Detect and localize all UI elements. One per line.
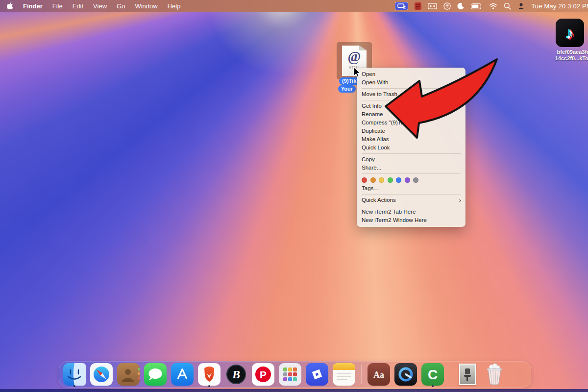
apple-logo-icon[interactable] [7, 2, 13, 11]
chair-silhouette [465, 368, 470, 374]
menu-item-tags[interactable]: Tags... [357, 184, 466, 193]
tag-blue[interactable] [396, 177, 401, 183]
menubar-menu-window[interactable]: Window [135, 2, 157, 10]
tag-purple[interactable] [405, 177, 410, 183]
menu-item-copy[interactable]: Copy [357, 155, 466, 164]
menu-item-rename[interactable]: Rename [357, 110, 466, 119]
dock-contacts-icon[interactable] [116, 362, 141, 387]
menu-item-open[interactable]: Open [357, 70, 466, 78]
menu-item-compress[interactable]: Compress "(9)Tik [357, 119, 466, 127]
dock-separator [361, 365, 362, 384]
menu-separator [362, 206, 461, 206]
dock-b-app-icon[interactable]: B [224, 362, 248, 387]
menu-separator [362, 194, 461, 195]
dock-launchpad-icon[interactable] [278, 362, 302, 387]
menu-item-new-iterm2-window[interactable]: New iTerm2 Window Here [357, 216, 466, 224]
svg-text:Aa: Aa [373, 370, 384, 380]
upload-circle-icon[interactable] [443, 2, 451, 10]
dock-quicktime-icon[interactable] [393, 362, 418, 387]
menubar-menu-help[interactable]: Help [168, 2, 181, 10]
tag-color-row [357, 175, 466, 184]
svg-text:C: C [428, 367, 438, 382]
screen-sharing-indicator-icon[interactable] [395, 2, 408, 10]
photo-thumbnail [459, 364, 476, 385]
tag-yellow[interactable] [379, 177, 384, 183]
red-annotation-arrow [0, 0, 588, 392]
menu-item-get-info[interactable]: Get Info [357, 102, 466, 110]
tag-orange[interactable] [370, 177, 376, 183]
menubar-active-app[interactable]: Finder [23, 2, 43, 10]
menu-item-duplicate[interactable]: Duplicate [357, 127, 466, 135]
tag-gray[interactable] [413, 177, 418, 183]
dock-finder-icon[interactable] [62, 362, 87, 387]
menu-separator [362, 153, 461, 154]
at-glyph: @ [348, 49, 361, 64]
dock-trash-icon[interactable] [482, 362, 507, 387]
keystroke-panel-icon[interactable] [428, 3, 437, 9]
user-switch-icon[interactable] [517, 2, 525, 10]
dock-safari-icon[interactable] [89, 362, 114, 387]
tag-red[interactable] [362, 177, 367, 183]
dock-app-store-icon[interactable] [170, 362, 195, 387]
chevron-right-icon: › [459, 78, 461, 87]
dock-notes-icon[interactable] [332, 362, 356, 387]
dock-dictionary-icon[interactable]: Aa [367, 362, 391, 387]
dock-roblox-icon[interactable] [305, 362, 329, 387]
dock-pinterest-icon[interactable]: P [251, 362, 275, 387]
battery-icon[interactable] [471, 3, 483, 9]
menu-separator [362, 173, 461, 174]
spotlight-search-icon[interactable] [504, 2, 511, 10]
menu-item-open-with[interactable]: Open With› [357, 78, 466, 87]
red-app-icon[interactable] [415, 2, 421, 10]
menu-item-make-alias[interactable]: Make Alias [357, 135, 466, 144]
menu-separator [362, 100, 461, 100]
menubar-menu-file[interactable]: File [52, 2, 63, 10]
dock-camtasia-icon[interactable]: C [420, 362, 445, 387]
dock-separator [450, 365, 450, 384]
menubar-menu-view[interactable]: View [93, 2, 107, 10]
dock-brave-icon[interactable] [197, 362, 221, 387]
menubar-menu-edit[interactable]: Edit [73, 2, 83, 10]
tag-green[interactable] [388, 177, 393, 183]
svg-text:B: B [232, 368, 240, 381]
tiktok-note-icon: ♪ [566, 24, 574, 41]
svg-text:P: P [260, 369, 267, 380]
menubar-clock[interactable]: Tue May 20 3:02 PM [531, 2, 588, 10]
dock-messages-icon[interactable] [143, 362, 168, 387]
wifi-icon[interactable] [489, 3, 497, 9]
menubar-menu-go[interactable]: Go [117, 2, 125, 10]
menu-item-quick-actions[interactable]: Quick Actions› [357, 196, 466, 204]
desktop-tiktok-file-icon[interactable]: ♪ [556, 19, 584, 47]
menu-bar: Finder File Edit View Go Window Help [0, 0, 588, 12]
dock-image-preview[interactable] [455, 362, 480, 387]
moon-focus-icon[interactable] [457, 2, 465, 10]
wallpaper-bottom-edge [0, 389, 588, 392]
desktop-tiktok-file-label[interactable]: bfef09aea3fe04 14cc2f0...kTok.ic [542, 49, 588, 62]
dock: B P Aa C [59, 361, 531, 388]
menu-item-quick-look[interactable]: Quick Look [357, 144, 466, 152]
context-menu: Open Open With› Move to Trash Get Info R… [357, 68, 466, 227]
menu-item-share[interactable]: Share... [357, 164, 466, 172]
page-fold-corner-icon [359, 46, 367, 50]
menu-item-move-to-trash[interactable]: Move to Trash [357, 90, 466, 98]
chevron-right-icon: › [459, 196, 461, 204]
menu-separator [362, 88, 461, 89]
menu-item-new-iterm2-tab[interactable]: New iTerm2 Tab Here [357, 208, 466, 216]
